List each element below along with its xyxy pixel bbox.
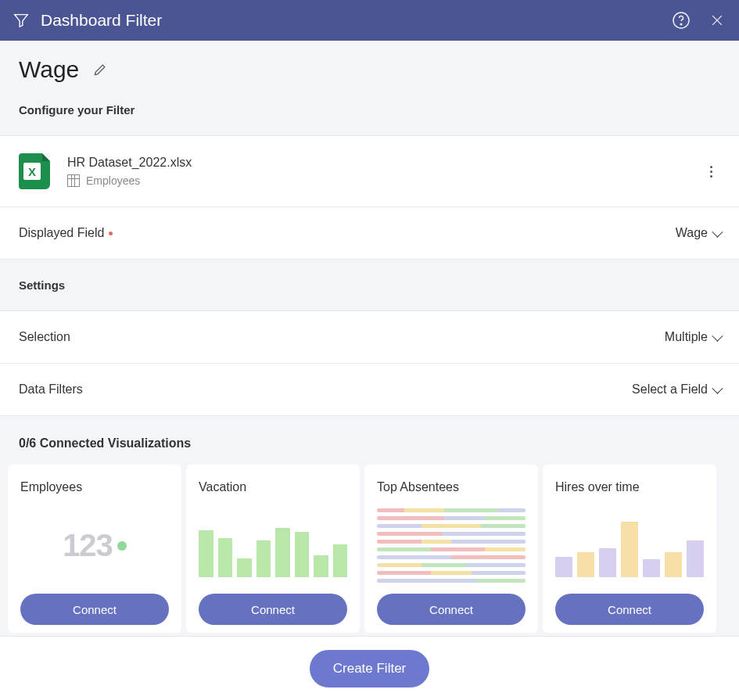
help-icon[interactable] [670,9,692,31]
connect-button[interactable]: Connect [20,594,169,625]
data-filters-value[interactable]: Select a Field [632,382,720,397]
chevron-down-icon [712,383,723,394]
dataset-row: HR Dataset_2022.xlsx Employees [0,135,739,207]
displayed-field-label: Displayed Field [19,226,104,240]
titlebar: Dashboard Filter [0,0,739,41]
connect-button[interactable]: Connect [377,594,526,625]
viz-thumbnail-bar-multi [555,508,704,583]
data-filters-label: Data Filters [19,382,83,397]
required-indicator [109,232,113,235]
displayed-field-value[interactable]: Wage [676,226,720,240]
edit-name-icon[interactable] [91,61,109,78]
dataset-sheet: Employees [86,174,140,187]
titlebar-title: Dashboard Filter [41,11,670,30]
visualizations-grid: Employees 123 Connect Vacation [0,465,739,636]
data-filters-row[interactable]: Data Filters Select a Field [0,364,739,416]
viz-title: Hires over time [555,480,704,494]
viz-card-top-absentees: Top Absentees Connect [364,465,538,633]
displayed-field-row[interactable]: Displayed Field Wage [0,207,739,260]
visualizations-count-label: 0/6 Connected Visualizations [0,416,739,465]
close-icon[interactable] [706,9,728,31]
viz-card-hires: Hires over time Connect [543,465,716,633]
viz-title: Employees [20,480,169,494]
dataset-filename: HR Dataset_2022.xlsx [67,156,192,170]
viz-card-vacation: Vacation Connect [186,465,360,633]
connect-button[interactable]: Connect [199,594,347,625]
svg-point-1 [680,23,682,25]
filter-name: Wage [19,56,79,83]
viz-thumbnail-bar [199,508,347,583]
section-configure-label: Configure your Filter [0,95,739,135]
selection-label: Selection [19,330,70,344]
chevron-down-icon [712,331,723,342]
selection-row[interactable]: Selection Multiple [0,311,739,364]
viz-card-employees: Employees 123 Connect [8,465,181,633]
viz-thumbnail-gauge: 123 [20,508,169,583]
excel-file-icon [19,153,50,189]
viz-thumbnail-text [377,508,526,583]
viz-title: Top Absentees [377,480,526,494]
content-scroll: Wage Configure your Filter HR Dataset_20… [0,41,739,636]
chevron-down-icon [712,227,723,238]
filter-title-row: Wage [0,41,739,95]
section-settings-label: Settings [0,260,739,311]
create-filter-button[interactable]: Create Filter [310,650,430,687]
filter-icon [11,10,31,31]
footer-bar: Create Filter [0,636,739,700]
table-icon [67,174,80,187]
viz-title: Vacation [199,480,347,494]
dataset-more-icon[interactable] [701,166,720,178]
connect-button[interactable]: Connect [555,594,704,625]
selection-value[interactable]: Multiple [665,330,720,344]
